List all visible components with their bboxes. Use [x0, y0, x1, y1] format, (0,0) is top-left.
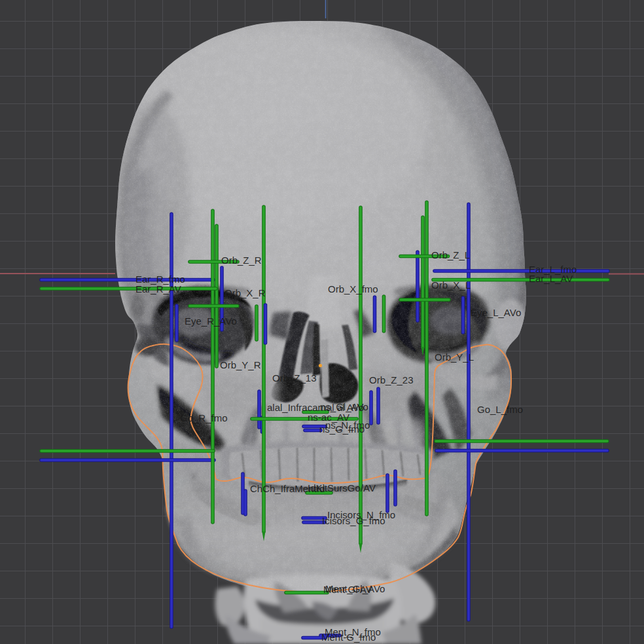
svg-text:Go_L_fmo: Go_L_fmo: [477, 404, 523, 415]
svg-text:Ear_R_AV: Ear_R_AV: [135, 283, 181, 295]
svg-text:Eye_R_AVo: Eye_R_AVo: [185, 315, 237, 327]
svg-text:Orb_Z_13: Orb_Z_13: [272, 372, 317, 384]
svg-text:IdKitSursGo/AV: IdKitSursGo/AV: [308, 482, 376, 493]
svg-text:Orb_X_L: Orb_X_L: [431, 279, 471, 291]
svg-text:Orb_X_fmo: Orb_X_fmo: [328, 283, 378, 295]
svg-text:Ment_Gl_AVo: Ment_Gl_AVo: [325, 583, 385, 594]
svg-text:Ear_L_AV: Ear_L_AV: [529, 273, 573, 284]
svg-text:ns_G_fmo: ns_G_fmo: [319, 423, 365, 435]
svg-text:Orb_Z_L: Orb_Z_L: [431, 249, 470, 260]
svg-text:Icisors_G_fmo: Icisors_G_fmo: [322, 515, 385, 526]
svg-text:ns_Gl_AVo: ns_Gl_AVo: [320, 401, 368, 412]
svg-text:Orb_Z_R: Orb_Z_R: [221, 255, 262, 266]
svg-text:Orb_Y_R: Orb_Y_R: [220, 359, 261, 370]
svg-text:Eye_L_AVo: Eye_L_AVo: [471, 307, 521, 318]
svg-text:Orb_Z_23: Orb_Z_23: [369, 374, 414, 385]
svg-text:Orb_X_R: Orb_X_R: [224, 287, 266, 298]
svg-text:Go_R_fmo: Go_R_fmo: [180, 412, 228, 423]
svg-text:Ment-G_fmo: Ment-G_fmo: [321, 632, 376, 643]
svg-text:Orb_Y_L: Orb_Y_L: [435, 351, 474, 363]
